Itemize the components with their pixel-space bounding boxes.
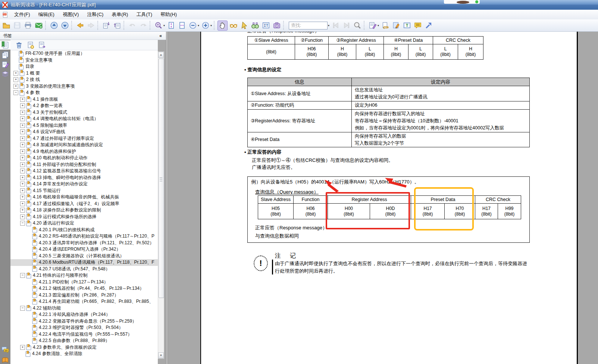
bookmark-item[interactable]: 4.24 参数清除、全部清除 — [10, 351, 158, 357]
note-button[interactable] — [413, 21, 423, 31]
binoculars-button[interactable] — [250, 21, 260, 31]
menu-item-2[interactable]: 编辑(E) — [34, 10, 59, 19]
bookmark-item[interactable]: +4.18 误操作防止和参数设定的限制 — [10, 207, 158, 214]
add-bookmark-button[interactable] — [26, 41, 35, 49]
find-input[interactable] — [289, 22, 328, 29]
bookmark-item[interactable]: +4.12 监视器显示和监视器输出信号 — [10, 168, 158, 175]
expand-toggle-icon[interactable]: + — [20, 123, 25, 128]
page-up-button[interactable] — [49, 21, 59, 31]
bookmark-item[interactable]: 4.22.4 电流平均值监视信号（Pr.555～Pr.557） — [10, 331, 158, 338]
bookmark-item[interactable]: +4.6 设定V/F曲线 — [10, 129, 158, 135]
attach-button[interactable] — [380, 21, 390, 31]
expand-toggle-icon[interactable]: + — [20, 182, 25, 186]
bookmark-item[interactable]: FR-E700 使用手册（应用篇） — [10, 50, 158, 57]
bookmark-item[interactable]: 4.22.1 冷却风扇动作选择（Pr.244） — [10, 311, 158, 318]
bookmark-item[interactable]: +4.11 外部端子的功能分配和控制 — [10, 161, 158, 168]
scroll-down-button[interactable]: ▼ — [158, 352, 164, 358]
bookmark-item[interactable]: 4.21.1 PID控制（Pr.127～Pr.134） — [10, 279, 158, 286]
bookmark-item[interactable]: +4.4 调整电机的输出转矩（电流） — [10, 116, 158, 122]
sidebar-scrollbar[interactable]: ▲ ▼ — [158, 51, 164, 359]
annot-pencil-dropdown-icon[interactable]: ▾ — [378, 24, 379, 27]
expand-toggle-icon[interactable]: + — [20, 136, 25, 141]
bookmark-item[interactable]: 4.20.7 USB通讯（Pr.547、Pr.548） — [10, 266, 158, 273]
menu-item-4[interactable]: 注释(C) — [83, 10, 107, 19]
bookmark-item[interactable]: +4.15 节能运行 — [10, 188, 158, 194]
collapse-toggle-icon[interactable]: − — [20, 221, 25, 226]
bookmark-item[interactable]: +4.7 通过外部端子进行频率设定 — [10, 135, 158, 142]
bookmark-item[interactable]: 4.21.2 储线器控制（Pr.44、Pr.45、Pr.128～Pr.134） — [10, 285, 158, 292]
expand-toggle-icon[interactable]: + — [20, 214, 25, 219]
bookmark-item[interactable]: 4.20.3 通讯异常时的动作选择（Pr.121、Pr.122、Pr.502） — [10, 240, 158, 247]
fit-page-button[interactable] — [177, 21, 187, 31]
bookmark-item[interactable]: +2 接 线 — [10, 76, 158, 83]
bookmark-item[interactable]: +4.19 运行模式和操作场所的选择 — [10, 214, 158, 220]
expand-toggle-icon[interactable]: + — [20, 345, 25, 350]
bookmark-item[interactable]: −4.20 通讯运行和设定 — [10, 220, 158, 227]
bookmark-item[interactable]: 4.22.2 变频器零件的寿命显示（Pr.255～Pr.259） — [10, 318, 158, 325]
print-button[interactable] — [23, 21, 33, 31]
bookmark-item[interactable]: 4.20.2 RS-485通讯的初始设定与规格（Pr.117～Pr.120、P — [10, 233, 158, 240]
hand-tool-button[interactable] — [217, 21, 228, 31]
bookmark-item[interactable]: 4.20.5 三菱变频器协议（计算机链接通讯） — [10, 253, 158, 260]
pages-panel-button[interactable] — [0, 50, 10, 59]
bookmark-item[interactable]: +4.5 限制输出频率 — [10, 122, 158, 129]
bookmark-item[interactable]: +4.9 电机的选择和保护 — [10, 148, 158, 155]
bookmark-item[interactable]: 4.22.5 自由参数（Pr.888、Pr.889） — [10, 338, 158, 344]
highlighter-button[interactable] — [391, 21, 401, 31]
bookmark-item[interactable]: +4.17 通过模拟量输入（端子2、4）设定频率 — [10, 201, 158, 207]
menu-item-6[interactable]: 工具(T) — [132, 10, 156, 19]
bookmark-item[interactable]: +4.3 关于控制模式 — [10, 109, 158, 116]
share-button[interactable] — [423, 21, 433, 31]
bookmark-item[interactable]: −4 参 数 — [10, 90, 158, 96]
bookmark-item[interactable]: −4.22 辅助功能 — [10, 305, 158, 312]
expand-toggle-icon[interactable]: + — [20, 175, 25, 180]
bookmark-item[interactable]: +4.2 参数一览表 — [10, 103, 158, 109]
back-button[interactable] — [75, 21, 85, 31]
expand-toggle-icon[interactable]: + — [20, 156, 25, 160]
expand-toggle-icon[interactable]: + — [20, 103, 25, 108]
bookmark-item[interactable]: 4.21.3 固定偏差控制（Pr.286、Pr.287） — [10, 292, 158, 299]
collapse-toggle-icon[interactable]: − — [13, 90, 18, 95]
snapshot-button[interactable] — [272, 21, 282, 31]
select-tool-button[interactable] — [239, 21, 249, 31]
expand-toggle-icon[interactable]: + — [20, 97, 25, 102]
full-search-button[interactable] — [352, 21, 362, 31]
zoom-tool-button[interactable] — [153, 21, 163, 31]
scrollbar-thumb[interactable] — [159, 59, 164, 298]
bookmark-item[interactable]: 4.21.4 再生回避功能（Pr.665、Pr.882、Pr.883、Pr.88… — [10, 298, 158, 305]
bookmark-item[interactable]: +3 变频器的使用注意事项 — [10, 83, 158, 90]
expand-toggle-icon[interactable]: + — [13, 71, 18, 76]
bookmark-item-selected[interactable]: 4.20.6 ModbusRTU通讯规格（Pr.117、Pr.118、Pr.12… — [10, 259, 158, 266]
expand-bookmark-button[interactable] — [38, 41, 46, 49]
expand-toggle-icon[interactable]: + — [20, 116, 25, 121]
find-dropdown-icon[interactable]: ▾ — [328, 24, 329, 27]
bookmark-item[interactable]: 4.20.1 PU接口的接线和构成 — [10, 227, 158, 233]
collapse-toggle-icon[interactable]: − — [20, 273, 25, 278]
document-canvas[interactable]: 正常应答（Response message） ①Slave Address②Fu… — [168, 32, 598, 364]
delete-bookmark-button[interactable] — [15, 41, 23, 49]
sidebar-collapse-button[interactable]: « — [159, 32, 162, 40]
bookmark-item[interactable]: 4.22.3 维护定时器报警（Pr.503、Pr.504） — [10, 324, 158, 331]
textbox-button[interactable]: T — [402, 21, 412, 31]
expand-toggle-icon[interactable]: + — [20, 142, 25, 147]
zoom-tool-dropdown-icon[interactable]: ▾ — [163, 24, 165, 27]
bookmark-item[interactable]: 目录 — [10, 63, 158, 70]
scroll-up-button[interactable]: ▲ — [158, 52, 164, 58]
expand-toggle-icon[interactable]: + — [20, 169, 25, 173]
bookmark-item[interactable]: +4.8 加减速时间和加减速曲线的设定 — [10, 142, 158, 148]
expand-toggle-icon[interactable]: + — [20, 195, 25, 200]
menu-item-7[interactable]: 帮助(H) — [156, 10, 181, 19]
expand-toggle-icon[interactable]: + — [20, 110, 25, 115]
insert-pages-button[interactable] — [101, 21, 111, 31]
reading-mode-button[interactable] — [228, 21, 238, 31]
actual-size-button[interactable] — [166, 21, 176, 31]
annot-pencil-button[interactable] — [367, 21, 378, 31]
bookmark-item[interactable]: 4.20.4 通讯EEPROM写入选择（Pr.342） — [10, 246, 158, 253]
bookmark-item[interactable]: +4.10 电机的制动和停止动作 — [10, 155, 158, 161]
expand-toggle-icon[interactable]: + — [20, 129, 25, 134]
title-bar[interactable]: 福昕阅读器 - [FR-E740-CHT应用篇.pdf] — [0, 0, 598, 10]
menu-item-1[interactable]: 文件(F) — [10, 10, 34, 19]
bookmark-item[interactable]: +4.14 异常发生时的动作设定 — [10, 181, 158, 188]
expand-toggle-icon[interactable]: + — [20, 162, 25, 167]
comment-bubble-button[interactable] — [0, 345, 10, 354]
